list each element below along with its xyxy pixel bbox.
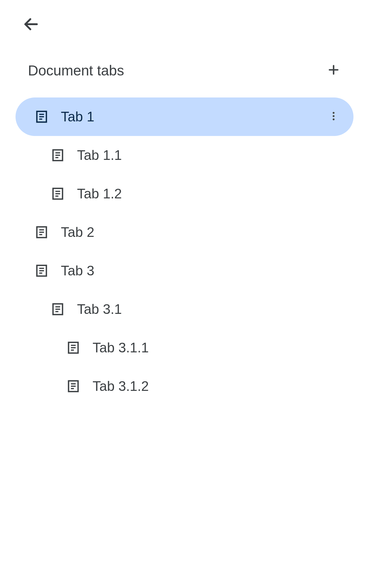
tab-label: Tab 3 — [61, 263, 341, 278]
tab-label: Tab 1.2 — [77, 186, 341, 201]
tab-item-tab-3-1[interactable]: Tab 3.1 — [16, 290, 353, 328]
tab-item-tab-1-2[interactable]: Tab 1.2 — [16, 174, 353, 213]
document-icon — [66, 379, 81, 394]
panel-header: Document tabs — [12, 62, 357, 79]
document-icon — [50, 148, 65, 163]
tab-item-tab-1[interactable]: Tab 1 — [16, 97, 353, 136]
svg-point-6 — [333, 119, 335, 120]
tab-label: Tab 3.1.2 — [93, 378, 341, 394]
tab-item-tab-3-1-1[interactable]: Tab 3.1.1 — [16, 328, 353, 367]
tab-item-tab-3[interactable]: Tab 3 — [16, 251, 353, 290]
document-icon — [34, 225, 49, 240]
tab-item-tab-3-1-2[interactable]: Tab 3.1.2 — [16, 367, 353, 405]
svg-point-5 — [333, 115, 335, 117]
tab-label: Tab 3.1 — [77, 301, 341, 317]
tab-label: Tab 3.1.1 — [93, 340, 341, 355]
panel-title: Document tabs — [28, 62, 124, 79]
tab-label: Tab 2 — [61, 224, 341, 240]
document-icon — [50, 186, 65, 201]
more-vertical-icon — [328, 111, 339, 123]
svg-point-4 — [333, 112, 335, 114]
back-button[interactable] — [22, 16, 40, 34]
tab-more-button[interactable] — [326, 109, 341, 124]
plus-icon — [327, 64, 340, 77]
arrow-left-icon — [22, 16, 40, 34]
add-tab-button[interactable] — [326, 63, 341, 78]
tab-item-tab-1-1[interactable]: Tab 1.1 — [16, 136, 353, 174]
document-icon — [34, 263, 49, 278]
tab-label: Tab 1.1 — [77, 147, 341, 163]
tab-item-tab-2[interactable]: Tab 2 — [16, 213, 353, 251]
document-icon — [34, 109, 49, 124]
tab-label: Tab 1 — [61, 109, 326, 124]
document-icon — [66, 340, 81, 355]
tab-list: Tab 1 Tab 1.1 — [12, 97, 357, 405]
document-icon — [50, 302, 65, 317]
